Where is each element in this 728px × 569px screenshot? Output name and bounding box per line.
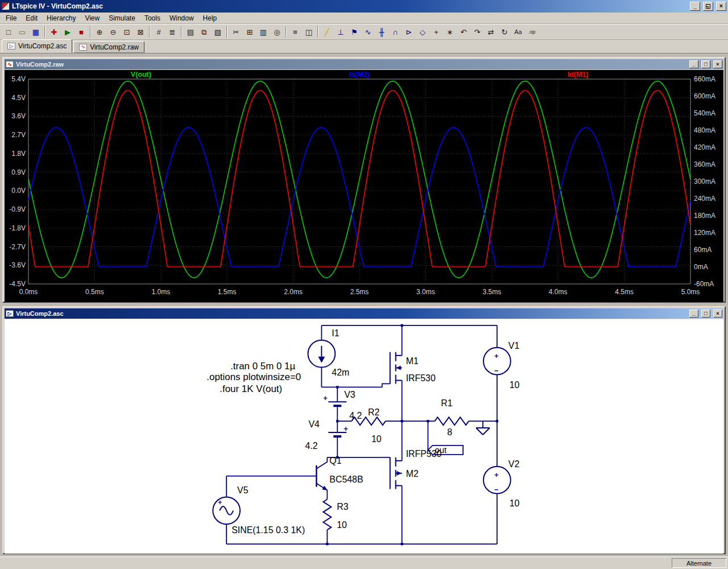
place-inductor-button[interactable]: ∩ [388,26,402,38]
mirror-button[interactable]: ⇄ [484,26,498,38]
open-file-button[interactable]: ▭ [15,26,29,38]
place-component-button[interactable]: ◇ [416,26,429,38]
minimize-button[interactable]: _ [690,2,700,11]
menu-item-view[interactable]: View [80,13,104,23]
component-r1-resistor[interactable] [435,417,469,425]
spice-directives[interactable]: .tran 0 5m 0 1µ .options plotwinsize=0 .… [206,361,301,395]
schematic-canvas[interactable]: .tran 0 5m 0 1µ .options plotwinsize=0 .… [5,319,723,554]
label-r2-value[interactable]: 10 [371,434,382,444]
trace-label-is-m2[interactable]: Is(M2) [349,71,370,79]
label-m1-value[interactable]: IRF530 [406,373,436,383]
component-r3-resistor[interactable] [323,499,331,530]
label-r2-name[interactable]: R2 [368,407,379,417]
label-q1-value[interactable]: BC548B [329,475,363,484]
mark-data-points-button[interactable]: ≣ [166,26,179,38]
menu-item-simulate[interactable]: Simulate [104,13,140,23]
label-i1-name[interactable]: I1 [332,328,339,338]
drag-button[interactable]: ∗ [443,26,457,38]
component-v5-sine-source[interactable] [213,497,240,524]
waveform-maximize-button[interactable]: □ [701,60,710,68]
trace-label-id-m1[interactable]: Id(M1) [568,71,589,79]
undo-button[interactable]: ↶ [457,26,470,38]
component-v3-battery[interactable] [328,402,346,406]
label-q1-name[interactable]: Q1 [329,456,341,465]
menu-item-file[interactable]: File [1,13,21,23]
label-r1-value[interactable]: 8 [447,427,452,437]
place-diode-button[interactable]: ⊳ [402,26,416,38]
label-v3-value[interactable]: 4.2 [349,411,362,420]
tab-virtucomp2-asc[interactable]: ▷ VirtuComp2.asc [2,39,72,53]
label-r1-name[interactable]: R1 [441,398,452,408]
move-button[interactable]: + [429,26,443,38]
place-text-button[interactable]: Aa [511,26,525,38]
label-r3-name[interactable]: R3 [337,502,348,512]
schematic-close-button[interactable]: × [713,310,722,318]
zoom-area-button[interactable]: ⊡ [120,26,134,38]
close-button[interactable]: × [716,2,726,11]
redo-button[interactable]: ↷ [470,26,484,38]
menu-item-edit[interactable]: Edit [21,13,42,23]
cut-button[interactable]: ✂ [229,26,243,38]
label-m1-name[interactable]: M1 [406,356,419,366]
label-v4-name[interactable]: V4 [308,419,320,429]
schematic-canvas-area[interactable]: .tran 0 5m 0 1µ .options plotwinsize=0 .… [5,319,723,554]
schematic-wires[interactable] [226,325,497,544]
place-resistor-button[interactable]: ∿ [361,26,375,38]
spice-directive-button[interactable]: .op [525,26,539,38]
halt-simulation-button[interactable]: ■ [75,26,88,38]
component-q1-bjt[interactable] [316,457,327,500]
menu-item-help[interactable]: Help [198,13,222,23]
component-i1-current-source[interactable] [308,340,335,368]
ground-icon[interactable] [476,428,490,435]
net-label-out[interactable]: out [435,445,447,455]
label-v1-value[interactable]: 10 [510,380,520,390]
tab-virtucomp2-raw[interactable]: ∿ VirtuComp2.raw [73,41,144,53]
menu-item-tools[interactable]: Tools [140,13,165,23]
directive-four[interactable]: .four 1K V(out) [220,384,282,394]
waveform-plot-area[interactable]: 0.0ms0.5ms1.0ms1.5ms2.0ms2.5ms3.0ms3.5ms… [5,70,723,302]
show-grid-button[interactable]: # [152,26,166,38]
waveform-close-button[interactable]: × [713,60,722,68]
zoom-in-button[interactable]: ⊕ [93,26,106,38]
label-v4-value[interactable]: 4.2 [305,441,318,451]
print-button[interactable]: ≡ [288,26,302,38]
label-r3-value[interactable]: 10 [337,520,347,530]
save-button[interactable]: ▦ [29,26,43,38]
component-m1-mosfet[interactable] [390,352,402,384]
restore-button[interactable]: ◱ [703,2,713,11]
schematic-minimize-button[interactable]: _ [689,310,698,318]
label-i1-value[interactable]: 42m [332,368,349,377]
place-net-label-button[interactable]: ⚑ [348,26,361,38]
print-preview-button[interactable]: ◫ [302,26,316,38]
directive-options[interactable]: .options plotwinsize=0 [206,372,301,382]
component-v4-battery[interactable] [328,432,346,436]
rotate-button[interactable]: ↻ [498,26,511,38]
label-v1-name[interactable]: V1 [508,341,520,351]
zoom-full-extents-button[interactable]: ⊠ [134,26,147,38]
new-schematic-button[interactable]: □ [2,26,15,38]
copy-to-clipboard-button[interactable]: ⧉ [197,26,211,38]
label-m2-name[interactable]: M2 [406,469,419,479]
control-panel-button[interactable]: ✚ [47,26,61,38]
find-button[interactable]: ◎ [270,26,284,38]
label-v5-value[interactable]: SINE(1.15 0.3 1K) [231,525,305,535]
label-v5-name[interactable]: V5 [237,485,249,495]
place-ground-button[interactable]: ⊥ [334,26,348,38]
waveform-plot[interactable]: 0.0ms0.5ms1.0ms1.5ms2.0ms2.5ms3.0ms3.5ms… [5,70,723,302]
spice-netlist-button[interactable]: ▤ [184,26,197,38]
export-plot-button[interactable]: ▧ [211,26,225,38]
component-m2-mosfet[interactable] [390,457,402,489]
copy-button[interactable]: ⊞ [243,26,257,38]
waveform-minimize-button[interactable]: _ [689,60,698,68]
draw-wire-button[interactable]: ╱ [320,26,334,38]
schematic-maximize-button[interactable]: □ [701,310,710,318]
label-v2-value[interactable]: 10 [510,498,520,508]
label-v3-name[interactable]: V3 [344,390,355,399]
trace-label-v-out[interactable]: V(out) [131,71,151,79]
place-capacitor-button[interactable]: ╫ [375,26,388,38]
menu-item-window[interactable]: Window [165,13,198,23]
run-simulation-button[interactable]: ▶ [61,26,75,38]
label-v2-name[interactable]: V2 [508,459,520,469]
menu-item-hierarchy[interactable]: Hierarchy [42,13,80,23]
zoom-out-button[interactable]: ⊖ [106,26,120,38]
